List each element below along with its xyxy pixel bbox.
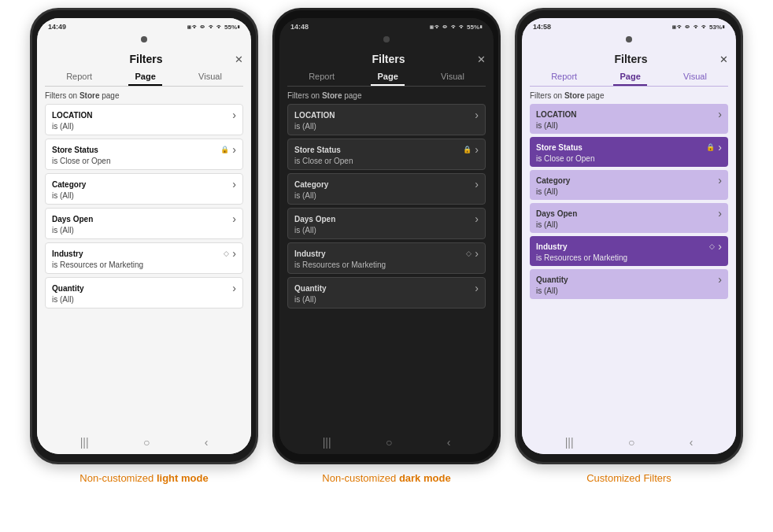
filter-name: Industry <box>294 249 325 258</box>
filter-card-days-open[interactable]: Days Open›is (All) <box>530 203 728 233</box>
filter-card-days-open[interactable]: Days Open›is (All) <box>45 208 243 239</box>
tab-visual[interactable]: Visual <box>677 68 713 86</box>
camera-bar <box>279 34 494 45</box>
tab-visual[interactable]: Visual <box>435 68 471 86</box>
filter-card-days-open[interactable]: Days Open›is (All) <box>287 208 486 239</box>
tab-page[interactable]: Page <box>128 68 161 86</box>
tab-page[interactable]: Page <box>371 68 404 86</box>
filter-card-quantity[interactable]: Quantity›is (All) <box>287 277 486 308</box>
nav-back-icon[interactable]: ‹ <box>205 436 209 449</box>
bottom-nav: |||○‹ <box>522 430 736 454</box>
filter-name: Days Open <box>294 215 335 224</box>
chevron-right-icon: › <box>718 108 722 120</box>
panel-title: Filters <box>300 53 477 65</box>
camera-bar <box>37 34 251 45</box>
filter-value: is (All) <box>294 191 479 200</box>
chevron-right-icon: › <box>718 141 722 153</box>
phone-custom: 14:58⊞ ᯤ ᯣ ᯤ ᯤ 53%▮Filters✕ReportPageVis… <box>515 8 743 464</box>
close-button[interactable]: ✕ <box>235 54 243 65</box>
phones-row: 14:49⊞ ᯤ ᯣ ᯤ ᯤ 55%▮Filters✕ReportPageVis… <box>16 8 757 484</box>
filter-card-store-status[interactable]: Store Status🔒›is Close or Open <box>45 139 243 170</box>
tab-report[interactable]: Report <box>545 68 583 86</box>
filter-name: Quantity <box>52 284 84 293</box>
status-time: 14:49 <box>48 23 66 31</box>
nav-home-icon[interactable]: ○ <box>386 436 392 449</box>
filter-card-store-status[interactable]: Store Status🔒›is Close or Open <box>287 139 486 170</box>
filter-icons: ◇› <box>466 247 479 260</box>
panel-content: Filters✕ReportPageVisualFilters on Store… <box>522 45 736 430</box>
filter-card-store-status[interactable]: Store Status🔒›is Close or Open <box>530 137 728 167</box>
filter-name: Store Status <box>294 146 341 154</box>
filter-name: Category <box>294 180 328 189</box>
filter-value: is Resources or Marketing <box>536 253 722 262</box>
filter-name: LOCATION <box>294 111 335 120</box>
tab-report[interactable]: Report <box>302 68 341 86</box>
chevron-right-icon: › <box>232 178 236 190</box>
filter-icons: ◇› <box>709 240 722 253</box>
filter-name: Quantity <box>536 275 568 284</box>
filter-icons: › <box>475 178 479 190</box>
filter-icons: 🔒› <box>463 143 479 156</box>
filter-card-category[interactable]: Category›is (All) <box>45 173 243 205</box>
filter-icons: › <box>232 212 236 225</box>
filter-value: is (All) <box>294 226 479 235</box>
filter-card-row: Days Open› <box>52 212 236 225</box>
caption-text: Customized Filters <box>586 472 671 484</box>
filter-card-location[interactable]: LOCATION›is (All) <box>45 104 243 135</box>
chevron-right-icon: › <box>475 178 479 190</box>
close-button[interactable]: ✕ <box>719 54 728 65</box>
filter-on-label: Filters on Store page <box>530 91 728 100</box>
filter-card-quantity[interactable]: Quantity›is (All) <box>45 277 243 308</box>
filter-card-row: Store Status🔒› <box>536 141 722 153</box>
filter-card-industry[interactable]: Industry◇›is Resources or Marketing <box>287 242 486 274</box>
filter-card-row: Industry◇› <box>52 247 236 260</box>
filter-card-location[interactable]: LOCATION›is (All) <box>530 104 728 134</box>
nav-recent-icon[interactable]: ||| <box>80 436 89 449</box>
chevron-right-icon: › <box>232 282 236 294</box>
filter-card-industry[interactable]: Industry◇›is Resources or Marketing <box>530 236 728 266</box>
nav-recent-icon[interactable]: ||| <box>565 436 574 449</box>
nav-back-icon[interactable]: ‹ <box>447 436 451 449</box>
tab-visual[interactable]: Visual <box>192 68 228 86</box>
lock-icon: 🔒 <box>220 146 229 153</box>
close-button[interactable]: ✕ <box>477 54 486 65</box>
filter-value: is (All) <box>294 122 479 131</box>
panel-header: Filters✕ <box>530 48 728 68</box>
bottom-nav: |||○‹ <box>279 430 494 454</box>
nav-home-icon[interactable]: ○ <box>143 436 150 449</box>
filter-value: is Close or Open <box>52 157 236 165</box>
tabs-bar: ReportPageVisual <box>530 68 728 87</box>
filter-card-industry[interactable]: Industry◇›is Resources or Marketing <box>45 242 243 274</box>
nav-back-icon[interactable]: ‹ <box>690 436 693 449</box>
filter-value: is (All) <box>536 187 722 196</box>
filter-name: Store Status <box>536 143 583 152</box>
filter-card-quantity[interactable]: Quantity›is (All) <box>530 269 728 299</box>
filter-name: Store Status <box>52 146 98 154</box>
filter-value: is (All) <box>52 226 236 235</box>
filter-on-label: Filters on Store page <box>45 91 243 100</box>
filter-card-row: Category› <box>536 174 722 187</box>
filter-icons: › <box>475 109 479 121</box>
filter-name: Category <box>52 180 86 189</box>
tab-report[interactable]: Report <box>60 68 98 86</box>
chevron-right-icon: › <box>718 207 722 220</box>
tab-page[interactable]: Page <box>613 68 646 86</box>
filter-value: is (All) <box>52 295 236 304</box>
filter-card-category[interactable]: Category›is (All) <box>530 170 728 200</box>
screen-custom: 14:58⊞ ᯤ ᯣ ᯤ ᯤ 53%▮Filters✕ReportPageVis… <box>522 18 736 454</box>
filter-value: is Resources or Marketing <box>52 260 236 269</box>
filter-card-location[interactable]: LOCATION›is (All) <box>287 104 486 135</box>
filter-value: is (All) <box>52 191 236 200</box>
filter-name: LOCATION <box>52 111 92 120</box>
nav-home-icon[interactable]: ○ <box>628 436 634 449</box>
status-bar: 14:48⊞ ᯤ ᯣ ᯤ ᯤ 55%▮ <box>279 18 494 34</box>
caption-dark: Non-customized dark mode <box>322 472 450 484</box>
filter-card-row: Industry◇› <box>294 247 479 260</box>
panel-content: Filters✕ReportPageVisualFilters on Store… <box>37 45 251 430</box>
phone-wrapper-dark: 14:48⊞ ᯤ ᯣ ᯤ ᯤ 55%▮Filters✕ReportPageVis… <box>272 8 501 484</box>
filter-value: is (All) <box>536 286 722 295</box>
filter-card-category[interactable]: Category›is (All) <box>287 173 486 205</box>
filter-card-row: Days Open› <box>294 212 479 225</box>
nav-recent-icon[interactable]: ||| <box>323 436 331 449</box>
filter-name: Quantity <box>294 284 327 293</box>
